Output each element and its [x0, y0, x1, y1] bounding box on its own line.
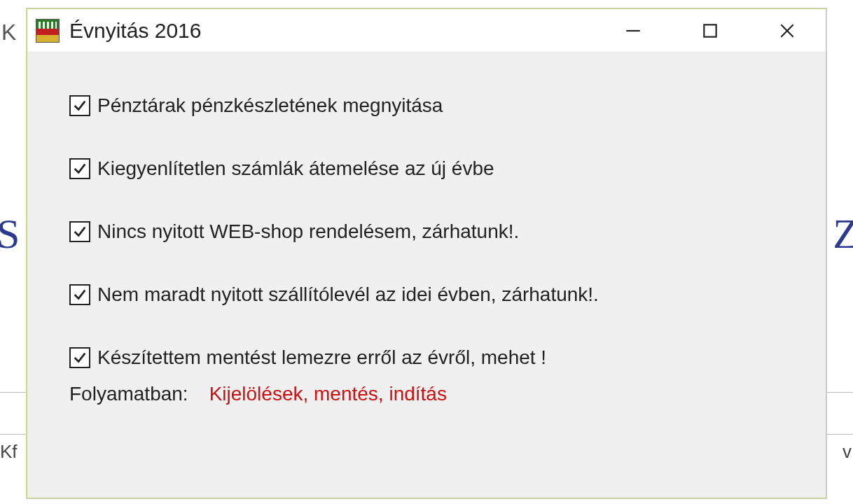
- status-row: Folyamatban: Kijelölések, mentés, indítá…: [69, 383, 798, 405]
- window-title: Évnyitás 2016: [69, 19, 595, 43]
- status-value: Kijelölések, mentés, indítás: [209, 383, 447, 405]
- bg-letter-z: Z: [833, 210, 853, 258]
- checkbox-backup[interactable]: [69, 347, 90, 368]
- maximize-icon: [701, 22, 719, 40]
- dialog-content: Pénztárak pénzkészletének megnyitása Kie…: [27, 52, 826, 419]
- check-row-cash: Pénztárak pénzkészletének megnyitása: [69, 94, 798, 117]
- check-icon: [72, 98, 88, 113]
- checkbox-invoices[interactable]: [69, 158, 90, 179]
- check-icon: [72, 224, 88, 239]
- minimize-button[interactable]: [595, 9, 672, 52]
- app-icon: [36, 19, 60, 43]
- check-row-invoices: Kiegyenlítetlen számlák átemelése az új …: [69, 158, 798, 180]
- check-row-delivery: Nem maradt nyitott szállítólevél az idei…: [69, 284, 798, 306]
- check-label: Nem maradt nyitott szállítólevél az idei…: [97, 284, 599, 306]
- check-label: Kiegyenlítetlen számlák átemelése az új …: [97, 158, 494, 180]
- check-icon: [72, 350, 88, 365]
- check-row-webshop: Nincs nyitott WEB-shop rendelésem, zárha…: [69, 220, 798, 243]
- maximize-button[interactable]: [672, 9, 749, 52]
- close-icon: [778, 22, 796, 40]
- minimize-icon: [624, 22, 642, 40]
- bg-letter-k: K: [1, 20, 16, 46]
- check-label: Nincs nyitott WEB-shop rendelésem, zárha…: [97, 220, 519, 243]
- background-right: Z v: [825, 0, 853, 504]
- checkbox-cash[interactable]: [69, 95, 90, 116]
- checkbox-webshop[interactable]: [69, 221, 90, 242]
- titlebar[interactable]: Évnyitás 2016: [27, 9, 826, 52]
- background-left: K S Kf: [0, 0, 28, 504]
- checkbox-delivery[interactable]: [69, 284, 90, 305]
- check-label: Pénztárak pénzkészletének megnyitása: [97, 94, 443, 117]
- close-button[interactable]: [749, 9, 826, 52]
- year-open-dialog: Évnyitás 2016 Pénztárak pénzkészletének …: [27, 8, 826, 498]
- svg-rect-1: [704, 24, 716, 36]
- check-row-backup: Készítettem mentést lemezre erről az évr…: [69, 346, 798, 369]
- check-icon: [72, 161, 88, 176]
- bg-letter-s: S: [0, 210, 20, 258]
- bg-letter-kf: Kf: [0, 441, 18, 463]
- status-label: Folyamatban:: [69, 383, 188, 405]
- check-label: Készítettem mentést lemezre erről az évr…: [97, 346, 546, 369]
- check-icon: [72, 287, 88, 302]
- bg-letter-v: v: [842, 441, 852, 463]
- window-controls: [595, 9, 826, 52]
